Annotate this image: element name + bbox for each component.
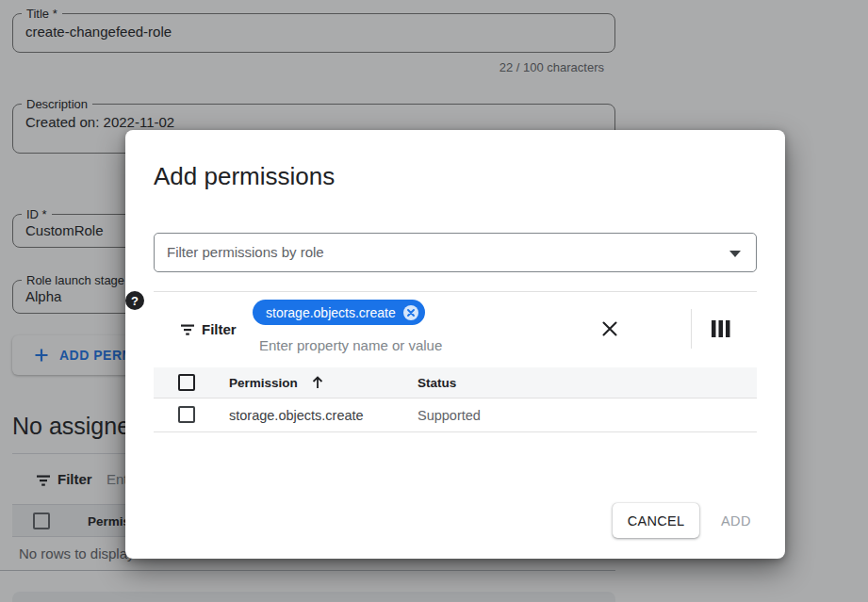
permission-cell: storage.objects.create [229, 408, 364, 423]
filter-chip-label: storage.objects.create [266, 305, 396, 320]
add-permissions-dialog: Add permissions Filter permissions by ro… [125, 130, 785, 559]
table-row[interactable]: storage.objects.create Supported [154, 399, 757, 432]
filter-label: Filter [202, 321, 237, 337]
add-button[interactable]: ADD [708, 503, 764, 538]
help-icon[interactable]: ? [125, 291, 144, 310]
column-display-options-icon[interactable] [710, 319, 732, 338]
filter-input-placeholder[interactable]: Enter property name or value [259, 337, 442, 353]
permissions-filter-bar: Filter storage.objects.create Enter prop… [125, 291, 785, 366]
dialog-title: Add permissions [154, 162, 335, 191]
filter-chip[interactable]: storage.objects.create [253, 300, 425, 325]
filter-icon [178, 320, 197, 339]
divider [691, 309, 692, 349]
clear-filters-icon[interactable] [600, 319, 619, 338]
row-checkbox[interactable] [178, 406, 195, 423]
filter-permissions-by-role-select[interactable]: Filter permissions by role [154, 233, 757, 272]
chevron-down-icon [729, 251, 741, 257]
select-all-checkbox[interactable] [178, 374, 195, 391]
filter-permissions-by-role-value: Filter permissions by role [167, 244, 324, 260]
sort-ascending-icon[interactable] [310, 374, 325, 391]
create-role-page: Title * create-changefeed-role 22 / 100 … [0, 0, 868, 602]
status-column-header[interactable]: Status [418, 376, 456, 390]
chip-remove-icon[interactable] [402, 304, 419, 321]
permission-column-header[interactable]: Permission [229, 376, 298, 390]
permissions-table: Permission Status storage.objects.create… [154, 367, 757, 432]
cancel-button[interactable]: CANCEL [613, 503, 699, 538]
permissions-table-header: Permission Status [154, 367, 757, 399]
status-cell: Supported [418, 408, 481, 423]
